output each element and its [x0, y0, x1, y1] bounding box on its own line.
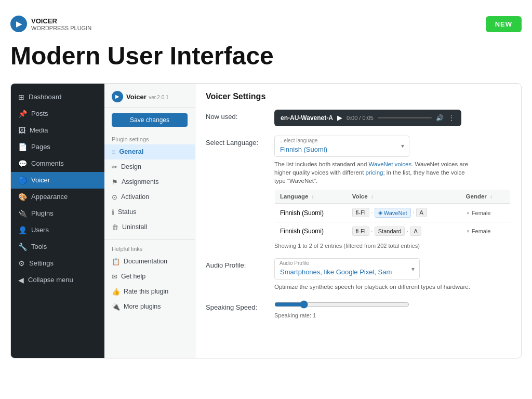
sidebar-item-pages[interactable]: 📄 Pages — [11, 139, 104, 155]
speaking-speed-label: Speaking Speed: — [206, 300, 268, 311]
table-row: Finnish (Suomi) fi-FI · Standard · A — [275, 222, 511, 241]
speaking-speed-slider[interactable] — [274, 300, 409, 309]
comments-icon: 💬 — [18, 159, 27, 168]
plugin-menu-status[interactable]: ℹ Status — [104, 205, 195, 220]
row1-voice-type: ◈ WaveNet — [375, 208, 411, 218]
sidebar-label-voicer: Voicer — [31, 176, 50, 184]
status-icon: ℹ — [112, 208, 114, 216]
table-row: Finnish (Suomi) fi-FI · ◈ WaveNet · — [275, 204, 511, 222]
sidebar-label-collapse: Collapse menu — [28, 276, 73, 284]
sidebar-item-collapse[interactable]: ◀ Collapse menu — [11, 272, 104, 288]
plugin-menu-general-label: General — [119, 148, 144, 155]
row2-lang-code: fi-FI — [352, 227, 369, 236]
sort-gender-icon[interactable]: ↕ — [490, 194, 493, 200]
assignments-icon: ⚑ — [112, 178, 118, 186]
plugin-name: VOICER — [31, 17, 91, 25]
table-header-voice[interactable]: Voice ↕ — [347, 190, 461, 204]
sidebar-item-tools[interactable]: 🔧 Tools — [11, 238, 104, 255]
volume-icon[interactable]: 🔊 — [436, 114, 444, 122]
uninstall-icon: 🗑 — [112, 223, 118, 231]
row1-gender: ♀ Female — [461, 204, 511, 222]
sidebar-label-posts: Posts — [31, 110, 48, 117]
row2-voice-letter: A — [410, 227, 421, 236]
gethelp-icon: ✉ — [112, 273, 117, 281]
media-icon: 🖼 — [18, 126, 25, 135]
plugin-menu-rate[interactable]: 👍 Rate this plugin — [104, 284, 195, 299]
pricing-link[interactable]: pricing — [366, 169, 383, 176]
sidebar-label-users: Users — [31, 226, 49, 234]
plugin-menu-uninstall[interactable]: 🗑 Uninstall — [104, 220, 195, 235]
sidebar-label-comments: Comments — [31, 159, 64, 167]
plugin-menu-assignments-label: Assignments — [122, 178, 159, 185]
appearance-icon: 🎨 — [18, 193, 27, 201]
plugin-sub: WORDPRESS PLUGIN — [31, 25, 91, 31]
play-button[interactable]: ▶ — [337, 114, 342, 122]
table-header-language[interactable]: Language ↕ — [275, 190, 347, 204]
plugin-menu-assignments[interactable]: ⚑ Assignments — [104, 175, 195, 190]
plugin-settings-panel: ▶ Voicer ver.2.0.1 Save changes Plugin s… — [104, 84, 195, 358]
audio-profile-dropdown-wrapper: Audio Profile Smartphones, like Google P… — [274, 258, 420, 280]
content-area: Voicer Settings Now used: en-AU-Wavenet-… — [195, 84, 521, 358]
female-icon-1: ♀ — [466, 210, 470, 216]
sort-language-icon[interactable]: ↕ — [312, 194, 314, 200]
audio-progress-bar[interactable] — [378, 117, 432, 118]
wp-sidebar: ⊞ Dashboard 📌 Posts 🖼 Media 📄 Pages 💬 Co… — [11, 84, 104, 358]
more-options-icon[interactable]: ⋮ — [448, 114, 455, 122]
plugin-menu-design[interactable]: ✏ Design — [104, 159, 195, 175]
sidebar-item-users[interactable]: 👤 Users — [11, 222, 104, 238]
row2-language: Finnish (Suomi) — [275, 222, 347, 241]
helpful-links-label: Helpful links — [104, 244, 195, 254]
female-icon-2: ♀ — [466, 228, 470, 234]
table-header-gender[interactable]: Gender ↕ — [461, 190, 511, 204]
sidebar-item-dashboard[interactable]: ⊞ Dashboard — [11, 89, 104, 105]
plugin-menu-gethelp[interactable]: ✉ Get help — [104, 269, 195, 284]
collapse-icon: ◀ — [18, 276, 24, 284]
voice-badge: en-AU-Wavenet-A — [281, 113, 333, 123]
voicer-icon: 🔵 — [18, 176, 27, 184]
audio-profile-row: Audio Profile: Audio Profile Smartphones… — [206, 258, 511, 291]
sidebar-item-settings[interactable]: ⚙ Settings — [11, 255, 104, 272]
row1-voice-letter: A — [416, 208, 427, 217]
content-title: Voicer Settings — [206, 92, 511, 101]
wavenet-link[interactable]: WaveNet voices — [369, 161, 412, 167]
sidebar-item-media[interactable]: 🖼 Media — [11, 122, 104, 139]
activation-icon: ⊙ — [112, 193, 117, 201]
more-plugins-icon: 🔌 — [112, 303, 120, 311]
plugin-menu-more[interactable]: 🔌 More plugins — [104, 299, 195, 314]
main-panel: ⊞ Dashboard 📌 Posts 🖼 Media 📄 Pages 💬 Co… — [10, 83, 522, 358]
rate-icon: 👍 — [112, 288, 120, 296]
now-used-row: Now used: en-AU-Wavenet-A ▶ 0:00 / 0:05 … — [206, 110, 511, 126]
documentation-icon: 📋 — [112, 258, 120, 265]
new-badge: NEW — [486, 16, 522, 32]
sidebar-item-plugins[interactable]: 🔌 Plugins — [11, 205, 104, 222]
sidebar-item-comments[interactable]: 💬 Comments — [11, 155, 104, 172]
sidebar-item-appearance[interactable]: 🎨 Appearance — [11, 189, 104, 205]
sidebar-item-posts[interactable]: 📌 Posts — [11, 105, 104, 122]
plugins-icon: 🔌 — [18, 209, 27, 218]
settings-icon: ⚙ — [18, 259, 25, 268]
row1-voice: fi-FI · ◈ WaveNet · A — [347, 204, 461, 222]
voices-table: Language ↕ Voice ↕ Gender ↕ — [274, 189, 511, 241]
plugin-menu-documentation[interactable]: 📋 Documentation — [104, 254, 195, 269]
sidebar-label-dashboard: Dashboard — [29, 93, 62, 101]
row2-gender: ♀ Female — [461, 222, 511, 241]
sort-voice-icon[interactable]: ↕ — [371, 194, 374, 200]
save-changes-button[interactable]: Save changes — [112, 113, 188, 127]
plugin-menu-rate-label: Rate this plugin — [124, 288, 168, 295]
language-control: ...elect language Finnish (Suomi) ▾ The … — [274, 136, 511, 249]
sidebar-label-plugins: Plugins — [31, 209, 54, 217]
general-icon: ≡ — [112, 148, 116, 156]
plugin-menu-design-label: Design — [121, 163, 141, 170]
plugin-name-version: Voicer ver.2.0.1 — [126, 92, 169, 101]
sidebar-label-tools: Tools — [31, 243, 47, 250]
sidebar-item-voicer[interactable]: 🔵 Voicer — [11, 172, 104, 189]
table-info: Showing 1 to 2 of 2 entries (filtered fr… — [274, 243, 511, 249]
sidebar-label-pages: Pages — [31, 143, 50, 151]
plugin-menu-general[interactable]: ≡ General — [104, 144, 195, 159]
audio-profile-label: Audio Profile: — [206, 258, 268, 269]
plugin-name-small: Voicer — [126, 93, 147, 101]
plugin-menu-activation[interactable]: ⊙ Activation — [104, 190, 195, 205]
plugin-settings-label: Plugin settings — [104, 133, 195, 144]
sidebar-label-appearance: Appearance — [31, 193, 68, 201]
speaking-rate-label: Speaking rate: 1 — [274, 312, 409, 318]
